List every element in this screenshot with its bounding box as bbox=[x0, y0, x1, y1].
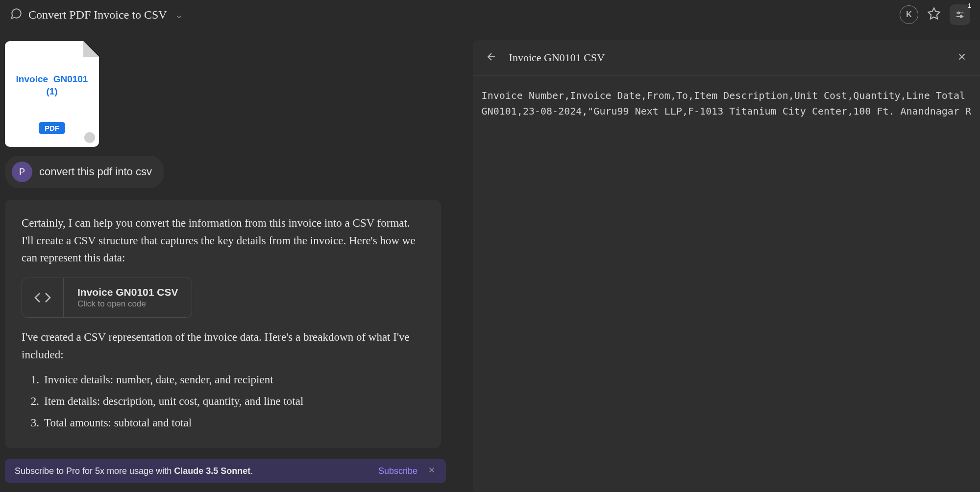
assistant-message: Certainly, I can help you convert the in… bbox=[5, 200, 441, 448]
code-card-title: Invoice GN0101 CSV bbox=[77, 286, 178, 298]
assistant-after: I've created a CSV representation of the… bbox=[22, 328, 424, 363]
csv-line: Invoice Number,Invoice Date,From,To,Item… bbox=[482, 90, 965, 101]
star-icon[interactable] bbox=[927, 7, 941, 23]
top-bar: Convert PDF Invoice to CSV ⌄ K 1 bbox=[0, 0, 980, 29]
list-item-text: Total amounts: subtotal and total bbox=[44, 417, 192, 429]
svg-marker-0 bbox=[928, 8, 939, 19]
close-icon[interactable] bbox=[427, 466, 436, 476]
code-card-subtitle: Click to open code bbox=[77, 299, 178, 309]
subscribe-link[interactable]: Subscribe bbox=[378, 466, 417, 476]
close-icon[interactable] bbox=[956, 51, 967, 64]
chevron-down-icon[interactable]: ⌄ bbox=[175, 9, 183, 21]
dog-ear-icon bbox=[83, 41, 99, 57]
list-item-text: Item details: description, unit cost, qu… bbox=[44, 395, 303, 407]
assistant-list: 1.Invoice details: number, date, sender,… bbox=[22, 369, 424, 433]
conversation-pane: Invoice_GN0101 (1) PDF P convert this pd… bbox=[0, 29, 473, 492]
user-avatar: P bbox=[12, 162, 32, 182]
main: Invoice_GN0101 (1) PDF P convert this pd… bbox=[0, 29, 980, 492]
list-item-text: Invoice details: number, date, sender, a… bbox=[44, 374, 273, 386]
code-artifact-card[interactable]: Invoice GN0101 CSV Click to open code bbox=[22, 278, 192, 318]
user-message: P convert this pdf into csv bbox=[5, 156, 164, 188]
banner-text-post: . bbox=[250, 466, 253, 476]
banner-text-pre: Subscribe to Pro for 5x more usage with bbox=[15, 466, 174, 476]
page-title: Convert PDF Invoice to CSV bbox=[28, 8, 167, 22]
assistant-intro: Certainly, I can help you convert the in… bbox=[22, 214, 424, 267]
file-attachment-card[interactable]: Invoice_GN0101 (1) PDF bbox=[5, 41, 99, 147]
list-item: 2.Item details: description, unit cost, … bbox=[22, 391, 424, 412]
preview-header: Invoice GN0101 CSV bbox=[473, 40, 980, 76]
back-arrow-icon[interactable] bbox=[486, 51, 497, 65]
chat-icon[interactable] bbox=[10, 7, 23, 22]
file-source-dot bbox=[84, 132, 95, 143]
file-type-badge: PDF bbox=[39, 122, 65, 134]
file-name: Invoice_GN0101 (1) bbox=[11, 73, 93, 97]
banner-text: Subscribe to Pro for 5x more usage with … bbox=[15, 466, 253, 476]
topbar-right: K 1 bbox=[900, 4, 970, 25]
list-item: 3.Total amounts: subtotal and total bbox=[22, 412, 424, 434]
code-card-body: Invoice GN0101 CSV Click to open code bbox=[64, 280, 192, 316]
preview-title: Invoice GN0101 CSV bbox=[509, 51, 605, 64]
user-message-text: convert this pdf into csv bbox=[39, 165, 152, 178]
banner-text-bold: Claude 3.5 Sonnet bbox=[174, 466, 250, 476]
topbar-left: Convert PDF Invoice to CSV ⌄ bbox=[10, 7, 183, 22]
subscribe-banner: Subscribe to Pro for 5x more usage with … bbox=[5, 459, 446, 483]
code-icon bbox=[22, 278, 64, 317]
settings-button[interactable]: 1 bbox=[950, 4, 970, 25]
csv-content: Invoice Number,Invoice Date,From,To,Item… bbox=[473, 76, 980, 131]
profile-badge[interactable]: K bbox=[900, 5, 918, 24]
artifact-preview-pane: Invoice GN0101 CSV Invoice Number,Invoic… bbox=[473, 40, 980, 492]
csv-line: GN0101,23-08-2024,"Guru99 Next LLP,F-101… bbox=[482, 105, 971, 117]
notification-badge: 1 bbox=[968, 2, 971, 9]
list-item: 1.Invoice details: number, date, sender,… bbox=[22, 369, 424, 391]
